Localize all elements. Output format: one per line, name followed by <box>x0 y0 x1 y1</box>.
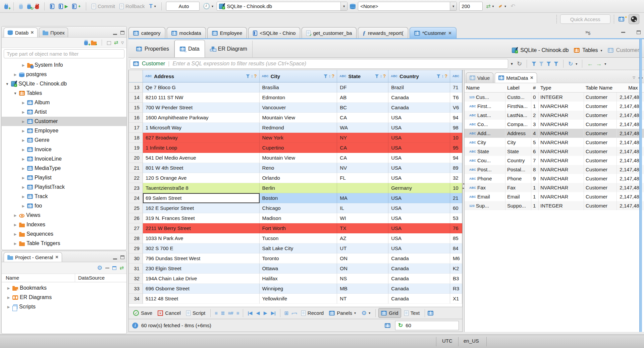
cell-country[interactable]: USA <box>388 243 450 253</box>
breadcrumb-table[interactable]: Customer <box>616 47 639 53</box>
rollback-button[interactable]: Rollback <box>118 2 146 11</box>
editor-tab-customer[interactable]: *Customer✕ <box>410 27 457 39</box>
cell-address[interactable]: 796 Dundas Street West <box>143 253 260 264</box>
filter-clear-icon[interactable] <box>539 62 544 66</box>
cell-city[interactable]: Ottawa <box>260 264 337 274</box>
next-row-button[interactable]: ▶ <box>262 310 269 315</box>
connect-button[interactable] <box>18 2 24 11</box>
cell-state[interactable]: MB <box>337 284 388 294</box>
tree-item-playlist[interactable]: ▶Playlist <box>2 173 126 182</box>
navigator-filter-input[interactable]: Type part of object name to filter <box>4 49 124 58</box>
column-header-partial[interactable]: ABC <box>450 70 462 82</box>
settings-button[interactable]: ⚙▾ <box>359 308 373 318</box>
cell-address[interactable]: 541 Del Medio Avenue <box>143 153 260 163</box>
cell-state[interactable]: CA <box>337 113 388 123</box>
cell-postal[interactable]: 76 <box>450 223 462 233</box>
cell-postal[interactable]: 10 <box>450 183 462 193</box>
metadata-row[interactable]: ABCCou...Country7NVARCHARCustomer2,147,4… <box>465 156 644 165</box>
cell-address[interactable]: 194A Chain Lake Drive <box>143 274 260 284</box>
tree-item-mediatype[interactable]: ▶MediaType <box>2 164 126 173</box>
commit-button[interactable]: Commit <box>91 2 116 11</box>
tree-item-genre[interactable]: ▶Genre <box>2 135 126 145</box>
cell-address[interactable]: 700 W Pender Street <box>143 103 260 113</box>
cell-country[interactable]: USA <box>388 193 450 203</box>
tab-project-general[interactable]: Project - General ✕ <box>4 252 62 262</box>
cell-state[interactable]: ON <box>337 253 388 264</box>
cell-state[interactable]: CA <box>337 153 388 163</box>
metadata-row[interactable]: ABCAdd...Address4NVARCHARCustomer2,147,4… <box>465 129 644 138</box>
row-number[interactable]: 27 <box>129 223 143 233</box>
disconnect-button[interactable] <box>34 2 40 11</box>
fetch-size-input[interactable]: 200 <box>459 2 483 11</box>
row-number[interactable]: 21 <box>129 163 143 173</box>
tree-collapsed-icon[interactable]: ▶ <box>21 120 25 123</box>
column-header-name[interactable]: Name <box>6 275 19 281</box>
tree-collapsed-icon[interactable]: ▶ <box>21 129 25 133</box>
column-sort-icon[interactable]: ↕ <box>329 74 331 78</box>
cell-address[interactable]: 120 S Orange Ave <box>143 173 260 183</box>
cell-address[interactable]: 1033 N Park Ave <box>143 233 260 243</box>
row-number[interactable]: 18 <box>129 133 143 143</box>
minimize-icon[interactable] <box>113 34 117 35</box>
cell-state[interactable]: NV <box>337 163 388 173</box>
back-button[interactable]: ↶ <box>509 2 516 11</box>
text-view-toggle[interactable]: Text <box>402 308 422 318</box>
close-icon[interactable]: ✕ <box>31 30 34 35</box>
cell-address[interactable]: 69 Salem Street <box>143 193 260 203</box>
cell-postal[interactable]: M6 <box>450 253 462 264</box>
cell-address[interactable]: 1600 Amphitheatre Parkway <box>143 113 260 123</box>
tab-database-navigator[interactable]: Datab ✕ <box>4 27 38 37</box>
tree-collapsed-icon[interactable]: ▶ <box>6 305 11 309</box>
cell-state[interactable]: NT <box>337 294 388 304</box>
cell-city[interactable]: Chicago <box>260 203 337 213</box>
cell-state[interactable]: NS <box>337 274 388 284</box>
cell-country[interactable]: USA <box>388 123 450 133</box>
metadata-row[interactable]: ABCPost...Postal...8NVARCHARCustomer2,14… <box>465 165 644 174</box>
tree-item-artist[interactable]: ▶Artist <box>2 107 126 117</box>
cell-city[interactable]: Redmond <box>260 123 337 133</box>
cell-country[interactable]: USA <box>388 143 450 153</box>
column-hint-icon[interactable]: ? <box>444 73 447 79</box>
link-icon[interactable]: ⇄ <box>119 265 124 271</box>
cell-address[interactable]: 2211 W Berry Street <box>143 223 260 233</box>
link-editor-icon[interactable]: ⇄ <box>114 40 118 46</box>
cell-address[interactable]: 627 Broadway <box>143 133 260 143</box>
tree-item-employee[interactable]: ▶Employee <box>2 126 126 135</box>
metadata-row[interactable]: ABCCityCity5NVARCHARCustomer2,147,483 <box>465 138 644 147</box>
tree-collapsed-icon[interactable]: ▶ <box>21 176 25 180</box>
tree-item-foo[interactable]: ▶foo <box>2 201 126 211</box>
transaction-log-button[interactable]: 🕘▾ <box>202 2 214 11</box>
tree-collapsed-icon[interactable]: ▶ <box>21 138 25 142</box>
cell-address[interactable]: 8210 111 ST NW <box>143 93 260 103</box>
metadata-row[interactable]: ABCStateState6NVARCHARCustomer2,147,483 <box>465 147 644 156</box>
tree-item-indexes[interactable]: ▶Indexes <box>2 220 126 229</box>
cell-country[interactable]: Canada <box>388 284 450 294</box>
fetch-row-count-icon[interactable]: ≡# <box>227 310 234 316</box>
previous-row-button[interactable]: ◀ <box>255 310 261 315</box>
column-header-city[interactable]: ABCCity↕? <box>260 70 337 82</box>
fetch-next-segment-icon[interactable]: ≡ <box>213 310 219 316</box>
column-sort-icon[interactable]: ↕ <box>380 74 382 78</box>
row-number[interactable]: 29 <box>129 243 143 253</box>
row-number[interactable]: 15 <box>129 103 143 113</box>
close-icon[interactable]: ✕ <box>55 255 58 259</box>
tree-collapsed-icon[interactable]: ▶ <box>21 185 25 189</box>
cell-state[interactable]: AZ <box>337 233 388 243</box>
expand-icon[interactable] <box>112 266 116 270</box>
cell-postal[interactable]: 71 <box>450 82 462 93</box>
cell-city[interactable]: Halifax <box>260 274 337 284</box>
connection-combo[interactable]: SQLite - Chinook.db ▼ <box>217 2 347 11</box>
cell-state[interactable]: WA <box>337 123 388 133</box>
filter-sort-icon[interactable] <box>532 62 536 66</box>
cell-state[interactable]: AB <box>337 93 388 103</box>
commit-mode-combo[interactable]: Auto <box>166 2 200 11</box>
column-hint-icon[interactable]: ? <box>332 73 335 79</box>
row-number[interactable]: 13 <box>129 82 143 93</box>
cell-city[interactable]: Tucson <box>260 233 337 243</box>
cell-country[interactable]: Canada <box>388 264 450 274</box>
minimize-icon[interactable] <box>113 258 117 259</box>
cell-city[interactable]: Fort Worth <box>260 223 337 233</box>
tree-collapsed-icon[interactable]: ▶ <box>21 63 25 67</box>
cell-country[interactable]: USA <box>388 133 450 143</box>
cell-postal[interactable]: R3 <box>450 284 462 294</box>
